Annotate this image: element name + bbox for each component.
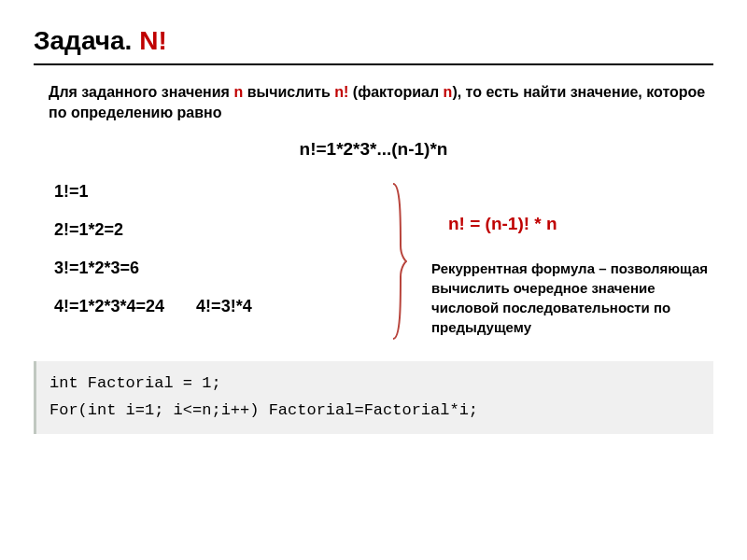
intro-n2: n! bbox=[334, 84, 348, 100]
example-4: 4!=1*2*3*4=24 bbox=[54, 297, 164, 316]
main-formula: n!=1*2*3*...(n-1)*n bbox=[34, 139, 713, 160]
recurrent-column: n! = (n-1)! * n Рекуррентная формула – п… bbox=[409, 182, 713, 337]
title-accent: N! bbox=[139, 26, 167, 55]
brace-column bbox=[390, 182, 409, 337]
example-1: 1!=1 bbox=[54, 182, 390, 202]
code-block: int Factorial = 1; For(int i=1; i<=n;i++… bbox=[34, 361, 713, 434]
intro-p3: (факториал bbox=[348, 84, 443, 100]
intro-n3: n bbox=[444, 84, 453, 100]
title-rule bbox=[34, 63, 713, 65]
code-line-2: For(int i=1; i<=n;i++) Factorial=Factori… bbox=[49, 398, 700, 425]
recurrent-text: Рекуррентная формула – позволяющая вычис… bbox=[431, 259, 713, 337]
intro-paragraph: Для заданного значения n вычислить n! (ф… bbox=[34, 82, 713, 122]
example-2: 2!=1*2=2 bbox=[54, 220, 390, 240]
recurrent-formula: n! = (n-1)! * n bbox=[431, 214, 713, 234]
brace-icon bbox=[390, 182, 407, 341]
intro-p1: Для заданного значения bbox=[49, 84, 233, 100]
intro-n1: n bbox=[233, 84, 243, 100]
middle-section: 1!=1 2!=1*2=2 3!=1*2*3=6 4!=1*2*3*4=24 4… bbox=[34, 182, 713, 337]
example-3: 3!=1*2*3=6 bbox=[54, 259, 390, 278]
slide-title: Задача. N! bbox=[34, 26, 713, 56]
title-main: Задача. bbox=[34, 26, 132, 55]
example-4b: 4!=3!*4 bbox=[196, 297, 252, 316]
code-line-1: int Factorial = 1; bbox=[49, 371, 700, 398]
examples-column: 1!=1 2!=1*2=2 3!=1*2*3=6 4!=1*2*3*4=24 4… bbox=[34, 182, 390, 337]
intro-p2: вычислить bbox=[243, 84, 334, 100]
